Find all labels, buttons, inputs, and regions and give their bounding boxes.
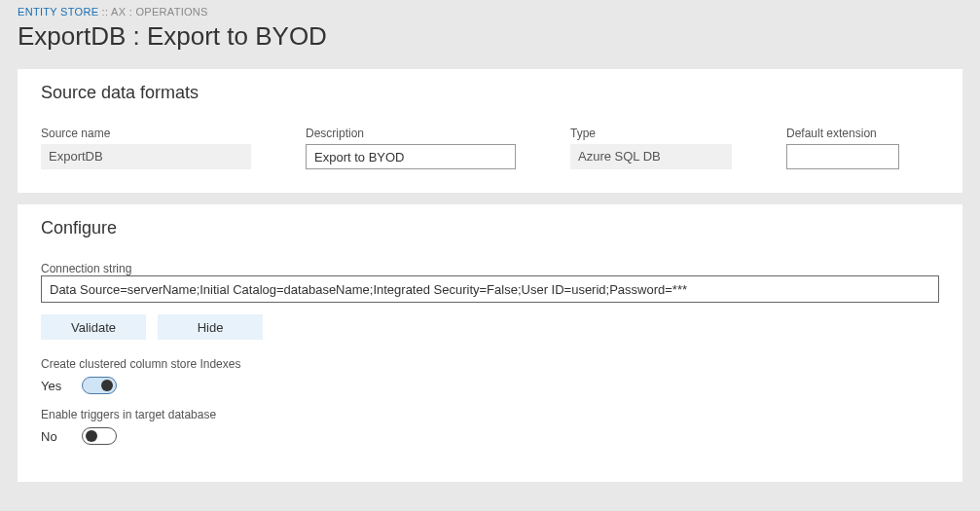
source-panel-title: Source data formats <box>41 83 939 103</box>
breadcrumb-sep: :: <box>98 6 111 18</box>
toggle-knob-icon <box>101 380 113 391</box>
configure-panel: Configure Connection string Validate Hid… <box>18 204 962 482</box>
type-value: Azure SQL DB <box>570 144 732 169</box>
breadcrumb-link[interactable]: ENTITY STORE <box>18 6 98 18</box>
clustered-index-label: Create clustered column store Indexes <box>41 357 939 371</box>
type-label: Type <box>570 127 732 140</box>
description-input[interactable] <box>306 144 516 169</box>
validate-button[interactable]: Validate <box>41 314 146 340</box>
triggers-value: No <box>41 429 64 444</box>
description-label: Description <box>306 127 516 140</box>
configure-panel-title: Configure <box>41 218 939 238</box>
description-field: Description <box>306 127 516 169</box>
breadcrumb-rest: AX : OPERATIONS <box>111 6 208 18</box>
default-extension-field: Default extension <box>786 127 899 169</box>
default-extension-label: Default extension <box>786 127 899 140</box>
source-name-value: ExportDB <box>41 144 251 169</box>
breadcrumb: ENTITY STORE :: AX : OPERATIONS <box>18 6 962 18</box>
source-name-label: Source name <box>41 127 251 140</box>
source-data-formats-panel: Source data formats Source name ExportDB… <box>18 69 962 193</box>
type-field: Type Azure SQL DB <box>570 127 732 169</box>
default-extension-input[interactable] <box>786 144 899 169</box>
triggers-toggle[interactable] <box>82 427 117 445</box>
hide-button[interactable]: Hide <box>158 314 263 340</box>
connection-string-input[interactable] <box>41 275 939 303</box>
page-title: ExportDB : Export to BYOD <box>18 21 962 52</box>
clustered-index-toggle[interactable] <box>82 377 117 394</box>
triggers-label: Enable triggers in target database <box>41 408 939 421</box>
toggle-knob-icon <box>86 430 97 442</box>
clustered-index-value: Yes <box>41 379 64 393</box>
connection-string-label: Connection string <box>41 262 939 275</box>
source-name-field: Source name ExportDB <box>41 127 251 169</box>
